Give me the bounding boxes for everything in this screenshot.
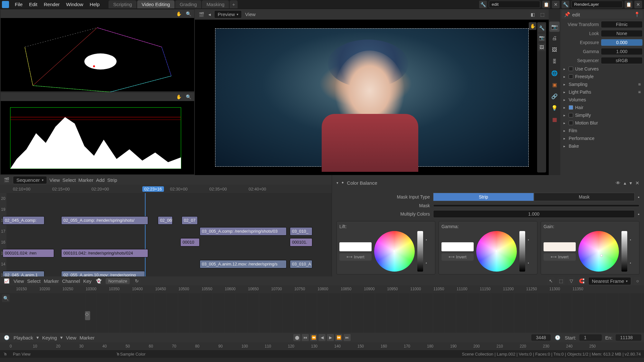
layer-new-icon[interactable]: 📋 <box>625 1 632 8</box>
normalize-button[interactable]: Normalize <box>106 278 130 284</box>
filter-icon[interactable]: ▽ <box>568 277 575 285</box>
sequencer-cs-dropdown[interactable]: sRGB <box>601 57 643 64</box>
mask-input[interactable] <box>433 204 639 207</box>
keyframe-icon[interactable]: • <box>528 238 529 242</box>
eye-icon[interactable]: 👁 <box>616 180 620 186</box>
sequencer-strip[interactable]: 03_010_A <box>290 260 312 268</box>
props-section[interactable]: Performance <box>562 135 643 142</box>
overlays-icon[interactable]: ⬚ <box>538 11 546 18</box>
pan-icon[interactable]: ✋ <box>175 10 183 18</box>
look-dropdown[interactable]: None <box>601 30 643 37</box>
move-down-icon[interactable]: ▾ <box>630 180 632 186</box>
graph-body[interactable]: 🔍 ◇ <box>0 293 644 333</box>
preset-menu-icon[interactable]: ≡ <box>638 89 641 95</box>
props-section[interactable]: Volumes <box>562 96 643 104</box>
sequencer-strip[interactable]: 02_07 <box>182 216 198 225</box>
checkbox[interactable] <box>569 74 573 79</box>
sequencer-strip[interactable]: 000101.024: /ren <box>3 249 54 257</box>
channels-icon[interactable]: ◧ <box>529 11 536 18</box>
sequencer-strip[interactable]: 02_045_A.anim.1 <box>3 271 44 276</box>
constraint-tab-icon[interactable]: 🔗 <box>549 91 560 101</box>
pan-icon[interactable]: ✋ <box>529 22 536 30</box>
color-wheel[interactable] <box>374 231 415 272</box>
color-wheel[interactable] <box>578 231 619 272</box>
sequencer-strip[interactable]: 02_055_A.comp: /render/spring/shots/ <box>61 216 148 225</box>
editor-type-icon[interactable]: 🎬 <box>197 11 205 18</box>
preset-menu-icon[interactable]: ≡ <box>638 82 641 87</box>
output-tab-icon[interactable]: 🖨 <box>549 33 560 43</box>
refresh-icon[interactable]: ↻ <box>133 277 141 285</box>
prop-edit-icon[interactable]: ○ <box>634 277 641 285</box>
scene-delete-icon[interactable]: ✕ <box>552 1 560 8</box>
end-frame-input[interactable]: 11138 <box>616 334 641 341</box>
keyframe-icon[interactable]: • <box>630 238 631 242</box>
scene-browse-icon[interactable]: 🔧 <box>479 1 487 8</box>
pb-keying[interactable]: Keying <box>42 335 57 340</box>
menu-edit[interactable]: Edit <box>26 0 40 8</box>
invert-button[interactable]: ⟷ Invert <box>339 253 372 261</box>
view-icon[interactable]: 📷 <box>538 34 545 42</box>
object-tab-icon[interactable]: ▣ <box>549 79 560 90</box>
color-swatch[interactable] <box>339 242 372 251</box>
exposure-input[interactable]: 0.000 <box>601 39 643 46</box>
gamma-input[interactable]: 1.000 <box>601 48 643 55</box>
editor-type-icon[interactable]: 🕐 <box>3 334 10 341</box>
search-icon[interactable]: 🔍 <box>2 294 10 302</box>
selection-icon[interactable]: ⬚ <box>557 277 565 285</box>
sequencer-strip[interactable]: 02_045_A.comp: <box>3 216 44 225</box>
layer-browse-icon[interactable]: 🔧 <box>562 1 569 8</box>
current-frame[interactable]: 3448 <box>531 334 550 341</box>
invert-button[interactable]: ⟷ Invert <box>544 253 576 261</box>
menu-help[interactable]: Help <box>87 0 102 8</box>
keyframe-icon[interactable]: • <box>426 238 427 242</box>
play-reverse-icon[interactable]: ◀ <box>318 334 326 341</box>
snap-icon[interactable]: 🧲 <box>578 277 586 285</box>
scene-new-icon[interactable]: 📋 <box>542 1 550 8</box>
channel-row[interactable]: ◇ <box>85 311 90 320</box>
color-swatch[interactable] <box>441 242 474 251</box>
move-up-icon[interactable]: ▴ <box>624 180 626 186</box>
pb-marker[interactable]: Marker <box>80 335 95 340</box>
sequencer-strip[interactable]: 02_065_ <box>158 216 173 225</box>
render-tab-icon[interactable]: 📷 <box>549 22 560 32</box>
clock-icon[interactable]: 🕐 <box>554 334 562 341</box>
pb-menu[interactable]: Playback <box>14 335 33 340</box>
keyframe-icon[interactable]: • <box>638 194 639 200</box>
checkbox[interactable] <box>569 113 573 117</box>
props-section[interactable]: Freestyle <box>562 73 643 80</box>
seq-menu-strip[interactable]: Strip <box>107 177 117 183</box>
props-section[interactable]: Hair <box>562 104 643 111</box>
sequencer-strip[interactable]: 00010 <box>180 238 200 246</box>
value-slider[interactable] <box>621 231 627 272</box>
mask-type-toggle[interactable]: Strip Mask <box>433 193 635 201</box>
seq-menu-view[interactable]: View <box>50 177 60 183</box>
tab-video-editing[interactable]: Video Editing <box>137 0 175 8</box>
autokey-icon[interactable]: ⬤ <box>293 334 300 341</box>
render-layer-input[interactable] <box>571 1 623 8</box>
keyframe-icon[interactable]: • <box>426 261 427 265</box>
value-slider[interactable] <box>417 231 423 272</box>
graph-frame-ruler[interactable]: 1015010200102501030010350104001045010500… <box>0 285 644 293</box>
pb-view[interactable]: View <box>66 335 76 340</box>
scene-name-input[interactable] <box>489 1 540 8</box>
value-slider[interactable] <box>519 231 525 272</box>
seq-time-ruler[interactable]: 02:10+00 02:15+00 02:20+00 02:30+00 02:3… <box>0 185 332 193</box>
tab-masking[interactable]: Masking <box>202 0 229 8</box>
checkbox[interactable] <box>569 67 573 71</box>
props-section[interactable]: Sampling≡ <box>562 80 643 88</box>
keyframe-icon[interactable]: • <box>638 211 639 217</box>
seq-menu-marker[interactable]: Marker <box>79 177 94 183</box>
playhead-timecode[interactable]: 02:23+16 <box>142 186 164 192</box>
sequencer-strip[interactable]: 03_005_A.comp: /render/spring/shots/03 <box>200 227 287 236</box>
seq-mode-dropdown[interactable]: Sequencer <box>13 176 47 184</box>
invert-button[interactable]: ⟷ Invert <box>441 253 474 261</box>
preview-view-menu[interactable]: View <box>245 12 255 17</box>
jump-end-icon[interactable]: ⏭ <box>344 334 351 341</box>
props-section[interactable]: Bake <box>562 142 643 150</box>
preview-mode-dropdown[interactable]: Preview <box>214 10 242 18</box>
sequencer-strip[interactable]: 03_010_ <box>290 227 312 236</box>
tool-icon[interactable]: 🔧 <box>538 24 545 32</box>
multiply-input[interactable]: 1.000 <box>433 210 635 218</box>
props-section[interactable]: Simplify <box>562 111 643 119</box>
add-workspace-button[interactable]: + <box>230 0 238 8</box>
